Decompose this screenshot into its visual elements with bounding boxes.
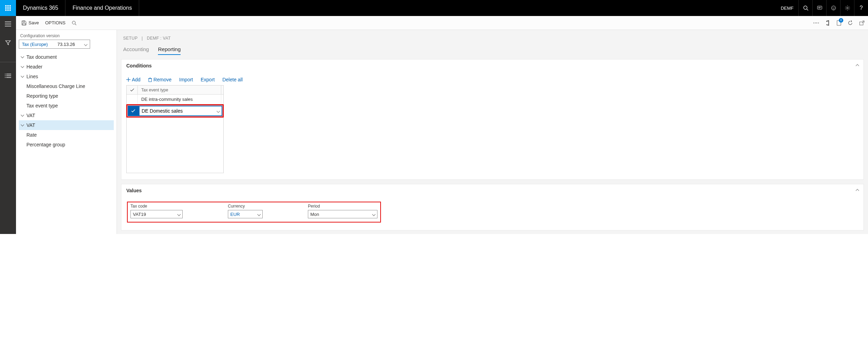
table-row[interactable]: DE intra-community sales — [127, 95, 223, 104]
topbar-spacer — [139, 0, 776, 16]
svg-rect-36 — [23, 23, 25, 25]
search-button[interactable] — [798, 0, 812, 16]
refresh-icon — [847, 20, 853, 26]
conditions-toolbar: Add Remove Import Export Delete all — [126, 75, 859, 85]
waffle-icon — [5, 5, 11, 11]
trash-icon — [148, 78, 152, 82]
notifications-button[interactable]: 0 — [837, 20, 841, 26]
row-select[interactable] — [128, 106, 139, 116]
grid-select-all[interactable] — [127, 86, 138, 94]
table-row[interactable] — [128, 106, 222, 116]
svg-rect-35 — [23, 21, 25, 22]
tree-tax-document[interactable]: Tax document — [19, 52, 114, 62]
tree-header[interactable]: Header — [19, 62, 114, 72]
svg-point-17 — [846, 7, 848, 9]
panel-values-header[interactable]: Values — [121, 184, 863, 197]
brand-secondary[interactable]: Finance and Operations — [65, 0, 139, 16]
add-button[interactable]: Add — [126, 77, 141, 82]
nav-separator — [0, 62, 16, 62]
export-label: Export — [201, 77, 215, 82]
company-label[interactable]: DEMF — [776, 6, 798, 11]
tab-accounting[interactable]: Accounting — [123, 46, 149, 55]
tree-label: Lines — [26, 74, 38, 79]
tree-percentage-group[interactable]: Percentage group — [19, 140, 114, 149]
chevron-down-icon[interactable] — [217, 109, 220, 113]
row-tax-event-type-active[interactable] — [139, 106, 222, 116]
top-bar: Dynamics 365 Finance and Operations DEMF… — [0, 0, 868, 16]
tree-misc-charge-line[interactable]: Miscellaneous Charge Line — [19, 81, 114, 91]
refresh-button[interactable] — [847, 20, 853, 26]
svg-line-24 — [846, 9, 846, 10]
main-content: SETUP | DEMF : VAT Accounting Reporting … — [117, 30, 868, 234]
brand-primary[interactable]: Dynamics 365 — [16, 0, 65, 16]
tree-reporting-type[interactable]: Reporting type — [19, 91, 114, 101]
nav-list-button[interactable] — [0, 71, 16, 81]
svg-rect-5 — [9, 7, 11, 9]
svg-line-10 — [807, 9, 808, 10]
delete-all-button[interactable]: Delete all — [222, 77, 242, 82]
feedback-button[interactable] — [826, 0, 840, 16]
tax-event-type-input[interactable] — [142, 108, 217, 114]
nav-filter-button[interactable] — [0, 38, 16, 48]
panel-conditions: Conditions Add Remove — [121, 59, 864, 180]
import-button[interactable]: Import — [179, 77, 193, 82]
breadcrumb-separator: | — [142, 36, 143, 41]
svg-rect-6 — [5, 9, 7, 11]
tree-label: Rate — [26, 132, 37, 138]
grid-col-tax-event-type[interactable]: Tax event type — [138, 86, 221, 94]
tree-tax-event-type[interactable]: Tax event type — [19, 101, 114, 111]
tree-vat[interactable]: VAT — [19, 120, 114, 130]
breadcrumb-context: DEMF : VAT — [147, 36, 171, 41]
save-button[interactable]: Save — [22, 20, 39, 25]
svg-point-16 — [834, 7, 835, 8]
tree-label: Header — [26, 64, 42, 70]
popout-button[interactable] — [859, 21, 865, 25]
row-tax-event-type[interactable]: DE intra-community sales — [138, 95, 221, 104]
import-label: Import — [179, 77, 193, 82]
config-name: Tax (Europe) — [22, 42, 48, 47]
export-button[interactable]: Export — [201, 77, 215, 82]
period-label: Period — [308, 204, 377, 209]
topbar-right: DEMF ? — [776, 0, 868, 16]
action-bar: Save OPTIONS 0 — [16, 16, 868, 30]
actionbar-search-button[interactable] — [72, 21, 77, 25]
nav-menu-button[interactable] — [0, 19, 16, 29]
period-dropdown[interactable]: Mon — [308, 210, 377, 218]
currency-dropdown[interactable]: EUR — [228, 210, 263, 218]
period-value: Mon — [310, 212, 319, 217]
svg-rect-2 — [9, 5, 11, 7]
svg-rect-8 — [9, 9, 11, 11]
tab-reporting[interactable]: Reporting — [158, 46, 181, 55]
tree-label: Tax document — [26, 54, 57, 60]
breadcrumb-setup[interactable]: SETUP — [123, 36, 137, 41]
options-button[interactable]: OPTIONS — [45, 20, 66, 25]
help-button[interactable]: ? — [854, 0, 868, 16]
tree-rate[interactable]: Rate — [19, 130, 114, 140]
tree-lines[interactable]: Lines — [19, 72, 114, 81]
chevron-down-icon — [372, 212, 376, 216]
office-button[interactable] — [826, 20, 830, 26]
currency-value: EUR — [230, 212, 240, 217]
svg-point-33 — [5, 75, 6, 76]
question-icon: ? — [860, 5, 863, 11]
chevron-down-icon — [177, 212, 181, 216]
attach-button[interactable] — [813, 21, 819, 25]
messages-button[interactable] — [812, 0, 826, 16]
panel-values-title: Values — [126, 188, 142, 193]
svg-point-15 — [833, 7, 833, 8]
panel-conditions-header[interactable]: Conditions — [121, 59, 863, 72]
app-launcher-button[interactable] — [0, 0, 16, 16]
chevron-down-icon — [21, 74, 24, 78]
tree-vat-group[interactable]: VAT — [19, 111, 114, 120]
nav-rail — [0, 16, 16, 234]
config-tree: Tax document Header Lines Miscellaneous … — [19, 52, 114, 149]
tax-code-dropdown[interactable]: VAT19 — [130, 210, 183, 218]
chat-icon — [817, 5, 822, 11]
currency-label: Currency — [228, 204, 263, 209]
config-version-dropdown[interactable]: Tax (Europe) 73.13.26 — [19, 40, 90, 49]
grid-empty-area — [126, 118, 224, 173]
row-select[interactable] — [127, 95, 138, 104]
settings-button[interactable] — [840, 0, 854, 16]
chevron-down-icon — [21, 123, 24, 126]
remove-button[interactable]: Remove — [148, 77, 172, 82]
